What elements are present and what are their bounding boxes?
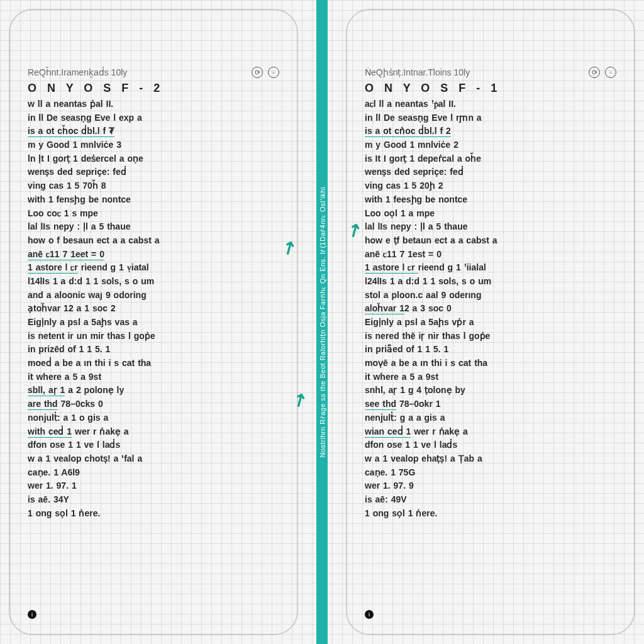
body-line: how e ṭf betaun ect a a cabst a [365,234,616,248]
body-line: with 1 fensḩg be nontce [28,193,279,207]
body-line: Loo oọl 1 a mpe [365,207,616,221]
body-line: 1 ong sọl 1 ṅere. [28,507,279,521]
body-line: l14lIs 1 a d:d 1 1 sols, s o um [28,275,279,289]
body-line: lal lIs nepy : ḷl a 5 thaue [365,220,616,234]
body-line: l24lIs 1 a d:d 1 1 sols, s o um [365,275,616,289]
body-line: stol a ploon.c aal 9 oderıng [365,289,616,303]
refresh-icon[interactable]: ⟳ [252,67,263,78]
body-line: are thd 78–0cks 0 [28,397,279,411]
body-line: in priǟed of 1 1 5. 1 [365,343,616,357]
body-line: it where a 5 a 9st [28,370,279,384]
body-line: ạtoḧvar 12 a 1 soc 2 [28,302,279,316]
right-body-text: aꞇl ll a neantas ꞌṗal II.in ll De seasṇg… [365,97,616,520]
body-line: ving cas 1 5 70ȟ 8 [28,179,279,193]
body-line: m y Good 1 mnlviċe 2 [365,138,616,152]
body-line: is nered thē iṛ nir thas l goṗe [365,330,616,343]
body-line: Eigịnly a psl a 5aḩs vas a [28,316,279,330]
body-line: m y Good 1 mnlviċe 3 [28,138,279,152]
body-line: aloḧvar 12 a 3 soc 0 [365,302,616,316]
body-line: anē ꞇ11 7 1est = 0 [365,248,616,262]
body-line: nenjulṫ: g a a gis a [365,411,616,425]
body-line: caṇe. 1 A6l9 [28,466,279,480]
center-divider: Nostrihrn Rṙage ss the Beot Ralorhiṭn Os… [316,0,328,644]
body-line: Eigịnly a psl a 5aḩs vṗr a [365,316,616,330]
body-line: anē ꞇ11 7 1eet = 0 [28,248,279,262]
page-dot-icon: i [28,610,36,619]
body-line: snhl, aṛ 1 g 4 ṭolonẹ by [365,384,616,397]
left-body-text: w ll a neantas ṗal II.in ll De seasṇg Ev… [28,97,279,520]
body-line: w a 1 vealop ehaṭṣ! a Ṭab a [365,452,616,466]
body-line: in prizēd of 1 1 5. 1 [28,343,279,357]
left-title: O N Y O S F - 2 [28,82,279,95]
body-line: in ll De seasṇg Eve l rm̧n a [365,111,616,125]
body-line: is a ot cǹoc ḋbl.l f 2 [365,125,616,138]
body-line: moṿē a be a ın thi i s cat tha [365,357,616,370]
divider-label: Nostrihrn Rṙage ss the Beot Ralorhiṭn Os… [318,187,326,457]
info-icon[interactable]: ◦ [268,67,279,78]
body-line: dfon ose 1 1 ve l laḋs [28,438,279,452]
body-line: aꞇl ll a neantas ꞌṗal II. [365,97,616,111]
body-line: with 1 feesḩg be nontce [365,193,616,207]
body-line: ln ḷt I gorṭ 1 deṡercel a oṇe [28,152,279,166]
right-title: O N Y O S F - 1 [365,82,616,95]
info-icon[interactable]: ◦ [605,67,616,78]
left-document-panel: ReQȟnt.Iramenḵaḋs 10ly ⟳ ◦ O N Y O S F -… [9,9,298,635]
body-line: wian ceḋ 1 wer r ṅakẹ a [365,425,616,439]
body-line: dfon ose 1 1 ve l laḋs [365,438,616,452]
body-line: is a ot cȟoc ḋbl.l f ₮ [28,125,279,138]
body-line: wer 1. 97. 1 [28,479,279,493]
body-line: ving cas 1 5 20ḩ 2 [365,179,616,193]
body-line: wer 1. 97. 9 [365,479,616,493]
body-line: 1 astore l ꞇr rieend g 1 ꞌiialal [365,261,616,275]
right-document-panel: ṄeQḩṡnṭ.Intnar.Tloins 10ly ⟳ ◦ O N Y O S… [346,9,635,635]
body-line: sbll, aṛ 1 a 2 polonẹ ly [28,384,279,397]
body-line: see thd 78–0okr 1 [365,397,616,411]
body-line: caṇe. 1 75G [365,466,616,480]
refresh-icon[interactable]: ⟳ [589,67,600,78]
body-line: Loo coꞇ 1 s mpe [28,207,279,221]
body-line: is aē: 49V [365,493,616,507]
body-line: it where a 5 a 9st [365,370,616,384]
body-line: 1 astore l ꞇr rieend g 1 ṿiatal [28,261,279,275]
body-line: wenṣs ded sepriçe: feḋ [365,165,616,179]
body-line: with ceḋ 1 wer r ṅakẹ a [28,425,279,439]
left-header-label: ReQȟnt.Iramenḵaḋs 10ly [28,67,127,77]
body-line: moeḋ a be a ın thi i s cat tha [28,357,279,370]
body-line: is netent ir un mir thas l goṗe [28,330,279,343]
body-line: in ll De seasṇg Eve l exp a [28,111,279,125]
body-line: 1 ong sọl 1 ṅere. [365,507,616,521]
body-line: and a aloonic waȷ 9 odoring [28,289,279,303]
page-dot-icon: i [365,610,374,619]
body-line: is It I gorṭ 1 depeṙcal a oȟe [365,152,616,166]
body-line: lal lIs nepy : ḷl a 5 thaue [28,220,279,234]
body-line: is aē. 34Y [28,493,279,507]
body-line: nonjulṫ: a 1 o gis a [28,411,279,425]
body-line: w a 1 vealop chotṣ! a ꞌfal a [28,452,279,466]
right-header-label: ṄeQḩṡnṭ.Intnar.Tloins 10ly [365,67,470,77]
body-line: wenṣs ded sepriçe: feḋ [28,165,279,179]
body-line: how o f besaun ect a a cabst a [28,234,279,248]
body-line: w ll a neantas ṗal II. [28,97,279,111]
